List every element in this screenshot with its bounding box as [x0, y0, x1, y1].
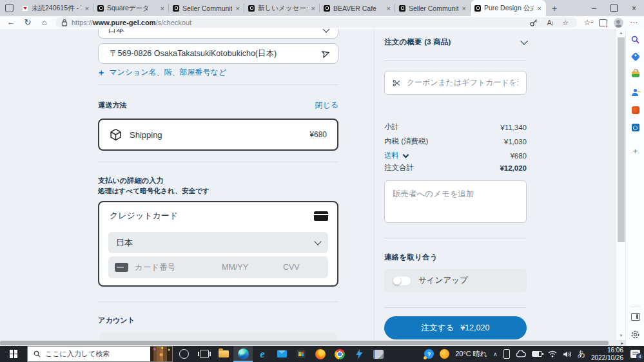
- card-expiry-input[interactable]: MM/YY: [222, 263, 277, 272]
- weather-icon[interactable]: [440, 349, 449, 359]
- tray-overflow-caret[interactable]: ∧: [493, 351, 498, 357]
- maximize-button[interactable]: [604, 0, 624, 16]
- lightning-bolt-icon: [355, 349, 364, 359]
- order-summary-header[interactable]: 注文の概要 (3 商品): [384, 37, 527, 47]
- shipping-method-option[interactable]: Shipping ¥680: [98, 119, 338, 151]
- sidebar-outlook-button[interactable]: [626, 124, 644, 131]
- office-icon: [632, 106, 639, 114]
- start-button[interactable]: [0, 346, 27, 362]
- onedrive-cloud-icon[interactable]: [516, 350, 526, 357]
- summary-row-total: 注文合計 ¥12,020: [384, 163, 527, 173]
- tab-square-data[interactable]: Squareデータ ×: [93, 0, 169, 16]
- taskbar-firefox[interactable]: [311, 346, 330, 362]
- tab-beaver-cafe[interactable]: BEAVER Cafe ×: [320, 0, 395, 16]
- vertical-scrollbar[interactable]: ▲ ▼: [616, 29, 625, 340]
- country-select[interactable]: 日本: [98, 29, 338, 39]
- chevron-down-icon: [322, 29, 329, 32]
- profile-avatar[interactable]: [610, 18, 626, 28]
- shipping-fee-toggle[interactable]: 送料: [384, 151, 408, 160]
- tab-seller-community-1[interactable]: Seller Community - Ja ×: [169, 0, 244, 16]
- country-select-value: 日本: [108, 29, 124, 35]
- taskbar-internet-explorer[interactable]: e: [253, 346, 272, 362]
- task-view-button[interactable]: [195, 350, 214, 358]
- taskbar-mail[interactable]: [272, 346, 291, 362]
- close-tab-icon[interactable]: ×: [84, 5, 90, 12]
- taskbar-store[interactable]: [291, 346, 311, 362]
- volume-icon[interactable]: [563, 350, 572, 358]
- shipping-close-link[interactable]: 閉じる: [315, 100, 338, 111]
- collections-icon[interactable]: [595, 19, 610, 26]
- sidebar-tools-button[interactable]: [626, 71, 644, 77]
- close-tab-icon[interactable]: ×: [311, 5, 316, 12]
- taskbar-search-box[interactable]: ここに入力して検索: [27, 346, 173, 362]
- close-tab-icon[interactable]: ×: [462, 5, 467, 12]
- taskbar-app-notes[interactable]: [369, 346, 388, 362]
- close-tab-icon[interactable]: ×: [235, 5, 240, 12]
- refresh-button[interactable]: ↻: [19, 17, 36, 28]
- signup-toggle[interactable]: [392, 276, 411, 286]
- close-tab-icon[interactable]: ×: [537, 5, 542, 12]
- tab-pure-design-active[interactable]: Pure Design 公式サイト ×: [471, 0, 546, 16]
- tab-new-message[interactable]: 新しいメッセージ - The S ×: [244, 0, 320, 16]
- wifi-icon[interactable]: [548, 350, 557, 357]
- password-key-icon[interactable]: [527, 19, 540, 27]
- home-button[interactable]: ⌂: [36, 17, 53, 28]
- scroll-up-icon[interactable]: ▲: [616, 31, 626, 35]
- favorites-star-icon[interactable]: ☆: [560, 19, 571, 27]
- battery-icon[interactable]: [532, 351, 542, 357]
- ime-indicator[interactable]: あ: [578, 348, 585, 359]
- vertical-scroll-thumb[interactable]: [618, 37, 625, 242]
- search-highlight-image[interactable]: [150, 347, 172, 361]
- coupon-input[interactable]: クーポンまたはギフトカードを追加...: [384, 71, 527, 95]
- horizontal-scroll-thumb[interactable]: [0, 341, 609, 345]
- minimize-button[interactable]: –: [584, 0, 604, 16]
- card-country-select[interactable]: 日本: [108, 232, 328, 253]
- taskbar-chrome[interactable]: [330, 346, 349, 362]
- scroll-right-icon[interactable]: ▸: [621, 340, 623, 346]
- close-window-button[interactable]: ×: [624, 0, 644, 16]
- url-text[interactable]: https://www.pure-gel.com/s/checkout: [72, 19, 523, 26]
- address-bar[interactable]: https://www.pure-gel.com/s/checkout A) ☆: [55, 17, 577, 28]
- tab-seller-community-2[interactable]: Seller Community - Ja ×: [395, 0, 471, 16]
- tab-actions-menu-button[interactable]: [0, 0, 18, 16]
- sidebar-shopping-button[interactable]: [626, 53, 644, 60]
- taskbar-edge-active[interactable]: [233, 346, 253, 362]
- your-phone-icon[interactable]: [503, 349, 510, 359]
- card-number-input[interactable]: カード番号: [135, 262, 215, 273]
- sidebar-search-button[interactable]: [626, 35, 644, 44]
- help-tray-icon[interactable]: ?: [424, 349, 434, 359]
- windows-taskbar: ここに入力して検索 e ? 20°C 晴れ ∧: [0, 346, 644, 362]
- close-tab-icon[interactable]: ×: [386, 5, 391, 12]
- place-order-button[interactable]: 注文する ¥12,020: [384, 316, 527, 339]
- horizontal-scrollbar[interactable]: ▸: [0, 340, 625, 346]
- signup-toggle-row[interactable]: サインアップ: [384, 269, 527, 292]
- address-input[interactable]: 〒569-0826 OsakaTakatsukiKotobukicho(日本): [98, 43, 338, 64]
- close-tab-icon[interactable]: ×: [160, 5, 165, 12]
- action-center-button[interactable]: 4: [630, 350, 640, 358]
- card-cvv-input[interactable]: CVV: [283, 263, 322, 272]
- new-tab-button[interactable]: +: [546, 0, 563, 16]
- read-aloud-icon[interactable]: A): [544, 19, 556, 26]
- scroll-down-icon[interactable]: ▼: [616, 334, 626, 338]
- sidebar-add-button[interactable]: +: [626, 146, 644, 156]
- seller-memo-textarea[interactable]: 販売者へのメモを追加: [384, 180, 527, 223]
- settings-menu-icon[interactable]: ⋯: [626, 18, 641, 27]
- add-address-line-link[interactable]: + マンション名、階、部屋番号など: [99, 67, 226, 78]
- back-button[interactable]: ←: [3, 17, 19, 28]
- sidebar-settings-button[interactable]: [626, 330, 644, 339]
- sidebar-panel-toggle[interactable]: [626, 313, 644, 321]
- tab-yahoo-mail[interactable]: 未読240615件 - Yaho... ×: [18, 0, 93, 16]
- tray-clock[interactable]: 16:06 2022/10/26: [591, 347, 623, 361]
- geolocate-arrow-icon[interactable]: [321, 49, 330, 58]
- taskbar-file-explorer[interactable]: [214, 346, 233, 362]
- cortana-button[interactable]: [173, 349, 195, 359]
- taskbar-app-bolt[interactable]: [349, 346, 369, 362]
- divider: [98, 162, 338, 162]
- edge-icon: [238, 348, 249, 359]
- sidebar-office-button[interactable]: [626, 106, 644, 114]
- favorites-list-icon[interactable]: ☆: [580, 18, 595, 27]
- sidebar-games-button[interactable]: [626, 89, 644, 96]
- tab-title: 未読240615件 - Yaho...: [32, 4, 81, 13]
- weather-text[interactable]: 20°C 晴れ: [455, 349, 487, 359]
- folder-icon: [219, 350, 229, 357]
